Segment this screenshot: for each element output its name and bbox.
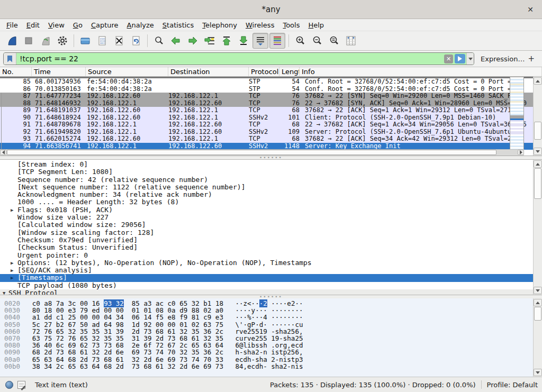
packet-row-91[interactable]: 9171.648789678192.168.122.1192.168.122.6… (0, 121, 542, 129)
filter-bookmark-button[interactable] (4, 53, 16, 65)
zoom-out-magnifier-icon[interactable] (309, 33, 325, 49)
detail-line[interactable]: ▶Flags: 0x018 (PSH, ACK) (0, 206, 533, 214)
hex-row-0040[interactable]: 0040 a1 dd c1 25 00 00 04 34 06 14 f5 e8… (4, 314, 303, 321)
stop-capture-icon[interactable] (21, 33, 37, 49)
go-forward-arrow-icon[interactable] (185, 33, 201, 49)
detail-line[interactable]: [Window size scaling factor: 128] (0, 229, 533, 236)
packet-row-86[interactable]: 8670.013850163fe:54:00:d4:38:2aSTP54Conf… (0, 86, 542, 93)
open-file-folder-icon[interactable] (77, 33, 93, 49)
column-header-destination[interactable]: Destination (168, 67, 249, 76)
scroll-right-arrow[interactable] (518, 150, 524, 155)
hex-row-00a0[interactable]: 00a0 65 63 64 68 2d 73 68 61 32 2d 6e 69… (4, 356, 303, 363)
packet-row-89[interactable]: 8971.648191037192.168.122.60192.168.122.… (0, 107, 542, 114)
close-file-icon[interactable] (111, 33, 127, 49)
packet-list-vscrollbar[interactable] (533, 77, 542, 156)
packet-row-88[interactable]: 8871.648146932192.168.122.1192.168.122.6… (0, 100, 542, 107)
scroll-down-arrow[interactable] (534, 148, 542, 155)
column-header-length[interactable]: Length (279, 67, 300, 76)
expander-right-icon[interactable]: ▶ (11, 206, 13, 214)
detail-line[interactable]: Window size value: 227 (0, 214, 533, 221)
vscroll-thumb[interactable] (534, 168, 541, 199)
detail-line[interactable]: ▼SSH Protocol (0, 289, 533, 295)
resize-columns-icon[interactable] (343, 33, 359, 49)
bytes-vscrollbar[interactable] (533, 298, 542, 377)
detail-line[interactable]: TCP payload (1080 bytes) (0, 282, 533, 289)
go-to-bottom-icon[interactable] (236, 33, 251, 49)
scroll-up-arrow[interactable] (534, 160, 542, 168)
scroll-up-arrow[interactable] (534, 299, 542, 306)
column-header-time[interactable]: Time (32, 67, 86, 76)
find-packet-magnifier-icon[interactable] (151, 33, 167, 49)
vscroll-thumb[interactable] (534, 307, 541, 321)
expert-info-icon[interactable] (5, 381, 13, 389)
scroll-up-arrow[interactable] (534, 77, 542, 85)
expander-right-icon[interactable]: ▶ (11, 274, 13, 281)
detail-line[interactable]: [TCP Segment Len: 1080] (0, 168, 533, 176)
packet-list-hscrollbar[interactable] (0, 149, 524, 156)
menu-go[interactable]: Go (69, 20, 87, 30)
vscroll-thumb[interactable] (534, 122, 541, 140)
add-filter-button-plus[interactable]: + (525, 54, 538, 63)
expander-right-icon[interactable]: ▶ (11, 259, 13, 267)
hex-row-0060[interactable]: 0060 72 76 65 32 35 35 31 39 2d 73 68 61… (4, 328, 303, 335)
scroll-left-arrow[interactable] (0, 150, 6, 155)
detail-line[interactable]: [Stream index: 0] (0, 161, 533, 168)
go-to-top-icon[interactable] (219, 33, 234, 49)
packet-row-85[interactable]: 8568.001734936fe:54:00:d4:38:2aSTP54Conf… (0, 78, 542, 86)
packet-row-92[interactable]: 9271.661949820192.168.122.1192.168.122.6… (0, 129, 542, 136)
packet-row-94[interactable]: 9471.663856741192.168.122.1192.168.122.6… (0, 143, 542, 150)
detail-line[interactable]: 1000 .... = Header Length: 32 bytes (8) (0, 198, 533, 206)
restart-capture-icon[interactable] (38, 33, 53, 49)
go-to-packet-icon[interactable] (202, 33, 218, 49)
detail-line[interactable]: [Next sequence number: 1122 (relative se… (0, 184, 533, 191)
packet-row-93[interactable]: 9371.662015274192.168.122.60192.168.122.… (0, 135, 542, 143)
hscroll-thumb[interactable] (7, 150, 496, 155)
packet-row-87[interactable]: 8771.647777234192.168.122.60192.168.122.… (0, 93, 542, 100)
menu-file[interactable]: File (2, 20, 22, 30)
go-back-arrow-icon[interactable] (168, 33, 184, 49)
packet-row-90[interactable]: 9071.648618924192.168.122.60192.168.122.… (0, 114, 542, 122)
zoom-in-magnifier-icon[interactable] (292, 33, 308, 49)
menu-edit[interactable]: Edit (22, 20, 44, 30)
profile-text[interactable]: Profile: Default (487, 381, 538, 389)
zoom-original-magnifier-icon[interactable] (326, 33, 342, 49)
column-header-source[interactable]: Source (86, 67, 168, 76)
detail-line[interactable]: [Checksum Status: Unverified] (0, 244, 533, 251)
expander-down-icon[interactable]: ▼ (3, 289, 5, 295)
detail-line[interactable]: Urgent pointer: 0 (0, 252, 533, 259)
expression-button[interactable]: Expression… (481, 55, 525, 63)
menu-capture[interactable]: Capture (87, 20, 123, 30)
save-file-icon[interactable]: 010101100011 (94, 33, 110, 49)
filter-clear-icon[interactable]: ✕ (444, 54, 453, 63)
auto-scroll-toggle-icon[interactable] (252, 33, 268, 49)
expander-right-icon[interactable]: ▶ (11, 267, 13, 274)
capture-options-gear-icon[interactable] (55, 33, 70, 49)
column-header-protocol[interactable]: Protocol (249, 67, 279, 76)
close-icon[interactable]: ✕ (525, 4, 536, 15)
menu-view[interactable]: View (44, 20, 69, 30)
menu-wireless[interactable]: Wireless (241, 20, 278, 30)
menu-telephony[interactable]: Telephony (198, 20, 241, 30)
capture-comment-icon[interactable] (17, 381, 25, 389)
detail-line[interactable]: ▶Options: (12 bytes), No-Operation (NOP)… (0, 259, 533, 267)
filter-apply-button[interactable] (455, 54, 465, 63)
colorize-toggle-icon[interactable] (269, 33, 285, 49)
menu-help[interactable]: Help (304, 20, 328, 30)
menu-statistics[interactable]: Statistics (158, 20, 198, 30)
menu-analyze[interactable]: Analyze (123, 20, 158, 30)
detail-line[interactable]: ▶[Timestamps] (0, 274, 533, 281)
column-header-no[interactable]: No. (0, 67, 32, 76)
detail-line[interactable]: ▶[SEQ/ACK analysis] (0, 267, 533, 274)
hex-dump[interactable]: 0020 c0 a8 7a 3c 00 16 93 32 85 a3 ac c0… (4, 300, 303, 370)
intelligent-scrollbar-minimap[interactable] (510, 77, 524, 150)
hex-row-0090[interactable]: 0090 68 2d 73 68 61 32 2d 6e 69 73 74 70… (4, 349, 303, 355)
detail-line[interactable]: Acknowledgment number: 34 (relative ack … (0, 191, 533, 198)
menu-tools[interactable]: Tools (278, 20, 304, 30)
hex-row-0050[interactable]: 0050 5c 27 b2 67 50 ad 64 98 1d 92 00 00… (4, 321, 303, 328)
start-capture-fin-icon[interactable] (4, 33, 20, 49)
detail-line[interactable]: Sequence number: 42 (relative sequence n… (0, 176, 533, 184)
reload-file-icon[interactable] (128, 33, 144, 49)
column-header-info[interactable]: Info (300, 67, 542, 76)
scroll-down-arrow[interactable] (534, 287, 542, 294)
display-filter-input[interactable] (16, 53, 444, 65)
